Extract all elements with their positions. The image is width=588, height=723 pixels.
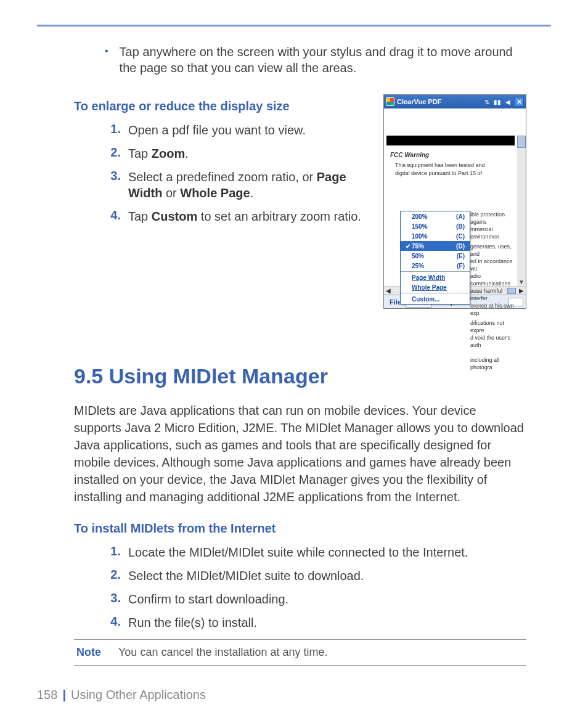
zoom-step-2: 2. Tap Zoom. xyxy=(105,145,372,161)
step-text: Select the MIDlet/MIDlet suite to downlo… xyxy=(128,568,364,584)
midlet-subheading: To install MIDlets from the Internet xyxy=(74,521,526,536)
note-block: Note You can cancel the installation at … xyxy=(74,639,526,666)
step-number: 4. xyxy=(105,615,121,631)
close-button[interactable]: ✕ xyxy=(514,97,524,107)
step-text: Locate the MIDlet/MIDlet suite while con… xyxy=(128,544,468,560)
section-heading-midlet: 9.5 Using MIDlet Manager xyxy=(74,364,526,388)
clearvue-screenshot: ClearVue PDF ⇅ ▮▮ ◀ ✕ FCC Warning This e… xyxy=(383,94,526,309)
connectivity-icon[interactable]: ⇅ xyxy=(483,97,491,106)
zoom-subheading: To enlarge or reduce the display size xyxy=(74,99,372,113)
midlet-step-4: 4. Run the file(s) to install. xyxy=(105,615,526,631)
page-number: 158 xyxy=(37,688,57,702)
step-number: 1. xyxy=(105,544,121,560)
footer-separator: | xyxy=(62,688,66,702)
step-number: 2. xyxy=(105,145,121,161)
speaker-icon[interactable]: ◀ xyxy=(504,97,512,106)
scrollbar-right-icon[interactable]: ▶ xyxy=(517,287,526,295)
document-viewport[interactable]: FCC Warning This equipment has been test… xyxy=(384,136,526,286)
midlet-step-3: 3. Confirm to start downloading. xyxy=(105,591,526,607)
zoom-step-3: 3. Select a predefined zoom ratio, or Pa… xyxy=(105,169,372,201)
start-icon[interactable] xyxy=(386,97,394,106)
step-text: Tap Zoom. xyxy=(128,145,189,161)
zoom-menu-item-50[interactable]: 50%(E) xyxy=(401,251,470,261)
step-number: 4. xyxy=(105,208,121,224)
zoom-menu-item-200[interactable]: 200%(A) xyxy=(401,211,470,221)
doc-background-text: ible protection agains mmercial environm… xyxy=(470,211,515,371)
step-text: Open a pdf file you want to view. xyxy=(128,122,306,138)
zoom-steps: 1. Open a pdf file you want to view. 2. … xyxy=(74,122,372,224)
scrollbar-thumb-vertical[interactable] xyxy=(517,136,526,148)
bullet-text: Tap anywhere on the screen with your sty… xyxy=(120,44,526,76)
check-icon: ✔ xyxy=(406,243,412,250)
zoom-menu-whole-page[interactable]: Whole Page xyxy=(401,282,470,292)
doc-text-line: This equipment has been tested and xyxy=(384,162,517,170)
bullet-list: • Tap anywhere on the screen with your s… xyxy=(74,44,526,76)
zoom-step-4: 4. Tap Custom to set an arbitrary zoom r… xyxy=(105,208,372,224)
zoom-menu-page-width[interactable]: Page Width xyxy=(401,272,470,282)
window-titlebar: ClearVue PDF ⇅ ▮▮ ◀ ✕ xyxy=(384,95,526,108)
zoom-menu-item-75[interactable]: ✔75%(D) xyxy=(401,241,470,251)
step-number: 3. xyxy=(105,169,121,201)
step-text: Run the file(s) to install. xyxy=(128,615,257,631)
midlet-step-2: 2. Select the MIDlet/MIDlet suite to dow… xyxy=(105,568,526,584)
scrollbar-left-icon[interactable]: ◀ xyxy=(384,287,393,295)
step-text: Confirm to start downloading. xyxy=(128,591,288,607)
midlet-steps: 1. Locate the MIDlet/MIDlet suite while … xyxy=(74,544,526,631)
midlet-paragraph: MIDlets are Java applications that can r… xyxy=(74,402,526,505)
note-label: Note xyxy=(76,646,101,659)
zoom-menu-item-100[interactable]: 100%(C) xyxy=(401,231,470,241)
step-text: Select a predefined zoom ratio, or Page … xyxy=(128,169,372,201)
doc-text-line: digital device pursuant to Part 15 of xyxy=(384,170,517,178)
footer-chapter: Using Other Applications xyxy=(71,688,206,702)
zoom-menu-item-150[interactable]: 150%(B) xyxy=(401,221,470,231)
zoom-menu-custom[interactable]: Custom... xyxy=(401,294,470,304)
step-number: 3. xyxy=(105,591,121,607)
page-footer: 158 | Using Other Applications xyxy=(37,688,206,702)
menu-separator xyxy=(401,293,470,293)
step-number: 2. xyxy=(105,568,121,584)
top-rule xyxy=(37,25,551,27)
scrollbar-down-icon[interactable]: ▼ xyxy=(517,277,526,286)
signal-icon[interactable]: ▮▮ xyxy=(493,97,502,106)
window-title: ClearVue PDF xyxy=(397,98,480,105)
zoom-menu: 200%(A) 150%(B) 100%(C) ✔75%(D) 50%(E) 2… xyxy=(400,211,470,304)
bullet-item: • Tap anywhere on the screen with your s… xyxy=(105,44,526,76)
midlet-step-1: 1. Locate the MIDlet/MIDlet suite while … xyxy=(105,544,526,560)
step-number: 1. xyxy=(105,122,121,138)
step-text: Tap Custom to set an arbitrary zoom rati… xyxy=(128,208,361,224)
doc-black-bar xyxy=(386,136,515,145)
zoom-step-1: 1. Open a pdf file you want to view. xyxy=(105,122,372,138)
note-text: You can cancel the installation at any t… xyxy=(118,646,328,659)
fcc-heading: FCC Warning xyxy=(384,148,517,162)
bullet-dot-icon: • xyxy=(105,44,108,76)
menu-separator xyxy=(401,271,470,272)
zoom-menu-item-25[interactable]: 25%(F) xyxy=(401,261,470,271)
